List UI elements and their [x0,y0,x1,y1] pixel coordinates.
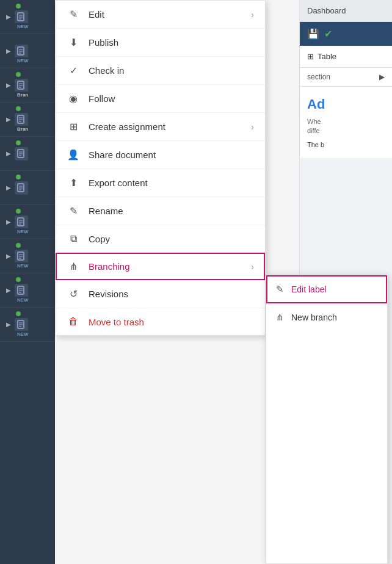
move-to-trash-icon: 🗑 [67,316,80,327]
content-desc-line1: Whe [307,117,385,126]
follow-label: Follow [89,93,254,104]
edit-chevron-icon: › [251,10,254,20]
publish-icon: ⬇ [67,37,80,48]
menu-item-check-in[interactable]: ✓Check in [56,57,265,85]
right-toolbar: 💾 ✔ [300,22,392,46]
table-label: ⊞ Table [307,52,385,61]
section-row[interactable]: section ▶ [300,68,392,87]
create-assignment-label: Create assignment [89,121,242,132]
status-badge: NEW [16,57,30,64]
menu-item-copy[interactable]: ⧉Copy [56,225,265,253]
new-branch-label: New branch [291,313,337,322]
menu-item-follow[interactable]: ◉Follow [56,85,265,113]
sidebar-arrow-icon: ▶ [6,321,11,328]
revisions-icon: ↺ [67,288,80,300]
sidebar-item-8[interactable]: ▶NEW [0,239,55,273]
check-in-label: Check in [89,65,254,76]
sidebar-item-2[interactable]: ▶NEW [0,34,55,68]
menu-item-move-to-trash[interactable]: 🗑Move to trash [56,308,265,335]
sidebar-item-1[interactable]: ▶NEW [0,0,55,34]
menu-item-publish[interactable]: ⬇Publish [56,29,265,57]
edit-icon: ✎ [67,9,80,20]
move-to-trash-label: Move to trash [89,317,254,327]
check-icon[interactable]: ✔ [324,28,332,40]
sidebar: ▶NEW▶NEW▶Bran▶Bran▶▶▶NEW▶NEW▶NEW▶NEW [0,0,55,564]
new-branch-icon: ⋔ [276,312,284,323]
share-document-icon: 👤 [67,149,80,161]
submenu-item-new-branch[interactable]: ⋔New branch [266,303,387,331]
sidebar-item-5[interactable]: ▶ [0,137,55,171]
copy-icon: ⧉ [67,233,80,244]
sidebar-arrow-icon: ▶ [6,82,11,89]
green-status-dot [16,243,21,248]
menu-item-share-document[interactable]: 👤Share document [56,141,265,169]
edit-label: Edit [89,9,242,20]
check-in-icon: ✓ [67,65,80,76]
doc-icon [15,113,28,126]
doc-icon [15,147,28,161]
green-status-dot [16,209,21,214]
table-grid-icon: ⊞ [307,52,314,61]
green-status-dot [16,311,21,316]
sidebar-item-3[interactable]: ▶Bran [0,68,55,103]
sidebar-arrow-icon: ▶ [6,116,11,123]
create-assignment-icon: ⊞ [67,121,80,132]
doc-icon [15,250,28,263]
table-section: ⊞ Table [300,46,392,68]
sidebar-arrow-icon: ▶ [6,253,11,259]
green-status-dot [16,277,21,282]
menu-item-revisions[interactable]: ↺Revisions [56,280,265,308]
sidebar-item-9[interactable]: ▶NEW [0,273,55,308]
doc-icon [15,215,28,229]
green-status-dot [16,140,21,145]
menu-item-rename[interactable]: ✎Rename [56,197,265,225]
dashboard-label: Dashboard [307,6,346,15]
export-content-label: Export content [89,178,254,188]
sidebar-arrow-icon: ▶ [6,13,11,20]
doc-icon [15,45,28,58]
edit-label-icon: ✎ [276,284,284,295]
sidebar-item-7[interactable]: ▶NEW [0,205,55,239]
green-status-dot [16,106,21,111]
green-status-dot [16,4,21,9]
table-text: Table [318,52,336,61]
branching-label: Branching [89,261,242,272]
status-badge: Bran [16,126,29,132]
revisions-label: Revisions [89,289,254,299]
green-status-dot [16,175,21,179]
share-document-label: Share document [89,150,254,160]
menu-item-edit[interactable]: ✎Edit› [56,1,265,29]
sidebar-arrow-icon: ▶ [6,184,11,191]
status-badge: NEW [16,23,30,30]
sidebar-arrow-icon: ▶ [6,150,11,157]
doc-icon [15,181,28,195]
right-panel-header: Dashboard [300,0,392,22]
content-desc-line2: diffe [307,126,385,136]
status-badge: NEW [16,297,30,303]
sidebar-arrow-icon: ▶ [6,48,11,54]
menu-item-branching[interactable]: ⋔Branching› [56,253,265,280]
menu-item-export-content[interactable]: ⬆Export content [56,169,265,197]
doc-icon [15,318,28,331]
export-content-icon: ⬆ [67,177,80,189]
section-label: section [307,73,330,81]
section-arrow-icon: ▶ [379,73,385,81]
sidebar-item-4[interactable]: ▶Bran [0,103,55,137]
status-badge: NEW [16,331,30,338]
sidebar-item-6[interactable]: ▶ [0,171,55,205]
sidebar-arrow-icon: ▶ [6,219,11,225]
green-status-dot [16,72,21,77]
branching-submenu: ✎Edit label⋔New branch [266,275,388,564]
menu-item-create-assignment[interactable]: ⊞Create assignment› [56,113,265,141]
doc-icon [15,79,28,92]
status-badge: NEW [16,228,30,235]
save-icon[interactable]: 💾 [307,28,319,40]
copy-label: Copy [89,234,254,244]
right-content: Ad Whe diffe The b [300,87,392,158]
content-the: The b [307,141,385,148]
doc-icon [15,10,28,24]
sidebar-item-10[interactable]: ▶NEW [0,308,55,342]
submenu-item-edit-label[interactable]: ✎Edit label [266,275,387,303]
status-badge: Bran [16,92,29,98]
rename-label: Rename [89,206,254,216]
